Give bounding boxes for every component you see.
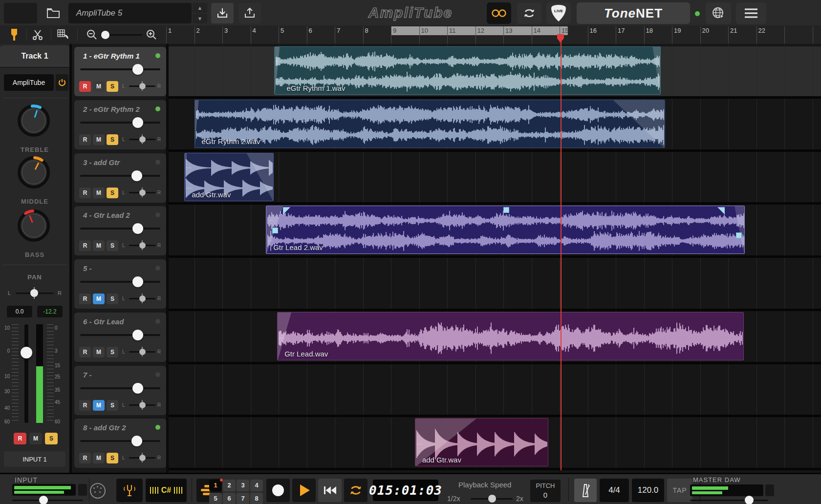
open-folder-button[interactable] — [42, 4, 65, 22]
track-solo-button[interactable]: S — [107, 240, 118, 251]
track-volume-slider[interactable] — [80, 122, 160, 124]
track-record-arm-button[interactable]: R — [79, 400, 91, 411]
track-panel-4[interactable]: 4 - Gtr Lead 2RMSLR — [74, 206, 166, 255]
track-mute-button[interactable]: M — [93, 240, 105, 251]
timeline-ruler[interactable]: 12345678910111213141516171819202122 — [0, 25, 821, 43]
audio-clip[interactable]: Gtr Lead.wav — [277, 312, 744, 360]
track-panel-7[interactable]: 7 -RMSLR — [74, 366, 166, 415]
looper-track-cell-6[interactable]: 6 — [223, 493, 236, 504]
knob-middle[interactable] — [17, 156, 50, 189]
midi-button[interactable] — [90, 483, 106, 499]
export-button[interactable] — [238, 3, 261, 23]
gain-value-box[interactable]: -12.2 — [37, 306, 63, 317]
looper-track-cell-4[interactable]: 4 — [250, 480, 263, 491]
time-signature-button[interactable]: 4/4 — [600, 479, 629, 502]
looper-track-cell-5[interactable]: 5 — [209, 493, 222, 504]
loop-mode-button[interactable] — [517, 2, 541, 24]
track-pan-handle[interactable] — [139, 83, 146, 89]
track-record-arm-button[interactable]: R — [79, 453, 91, 463]
playback-speed-slider[interactable] — [471, 498, 513, 500]
sidebar-mute-button[interactable]: M — [29, 433, 42, 444]
pan-slider-knob[interactable] — [30, 289, 38, 297]
metronome-button[interactable] — [574, 479, 597, 502]
track-mute-button[interactable]: M — [93, 188, 105, 198]
track-record-arm-button[interactable]: R — [79, 294, 91, 304]
time-display[interactable]: 015:01:03 — [373, 480, 438, 501]
track-panel-8[interactable]: 8 - add Gtr 2RMSLR — [74, 419, 166, 468]
track-volume-handle[interactable] — [131, 436, 142, 446]
audio-clip[interactable]: Gtr Lead 2.wav — [266, 206, 745, 254]
main-menu-button[interactable] — [736, 2, 766, 24]
play-button[interactable] — [292, 479, 316, 502]
track-volume-slider[interactable] — [80, 228, 160, 230]
track-volume-handle[interactable] — [132, 383, 143, 394]
track-panel-6[interactable]: 6 - Gtr LeadRMSLR — [74, 313, 166, 362]
tonenet-button[interactable]: ToneNET — [577, 2, 690, 24]
preset-down-button[interactable]: ▼ — [193, 14, 207, 23]
pitch-control[interactable]: PITCH 0 — [530, 480, 561, 502]
track-mute-button[interactable]: M — [93, 453, 105, 463]
track-mute-button[interactable]: M — [93, 294, 105, 304]
track-header[interactable]: Track 1 — [0, 45, 69, 68]
track-solo-button[interactable]: S — [107, 188, 118, 198]
track-mute-button[interactable]: M — [93, 400, 105, 411]
preset-up-button[interactable]: ▲ — [193, 3, 207, 13]
volume-fader-track[interactable] — [24, 324, 28, 423]
track-volume-slider[interactable] — [80, 175, 160, 177]
tempo-button[interactable]: 120.0 — [632, 479, 664, 502]
track-record-arm-button[interactable]: R — [79, 134, 91, 145]
clip-handle-left-middle[interactable] — [272, 228, 278, 233]
track-panel-3[interactable]: 3 - add GtrRMSLR — [74, 153, 166, 203]
track-panel-2[interactable]: 2 - eGtr Rythm 2RMSLR — [74, 100, 166, 149]
sidebar-record-arm-button[interactable]: R — [14, 433, 26, 444]
track-pan-handle[interactable] — [139, 402, 146, 408]
track-pan-handle[interactable] — [139, 349, 146, 355]
track-record-arm-button[interactable]: R — [79, 188, 91, 198]
track-record-arm-button[interactable]: R — [79, 81, 91, 92]
volume-fader-handle[interactable] — [21, 347, 32, 358]
audio-clip[interactable]: add Gtr.wav — [415, 418, 548, 466]
recorder-button[interactable] — [487, 2, 511, 24]
track-volume-slider[interactable] — [80, 68, 160, 70]
input-gain-handle[interactable] — [39, 496, 48, 504]
track-record-arm-button[interactable]: R — [79, 347, 91, 357]
track-mute-button[interactable]: M — [93, 81, 105, 92]
plugin-button[interactable]: AmpliTube — [4, 74, 54, 91]
track-volume-handle[interactable] — [132, 223, 143, 234]
audio-clip[interactable]: eGtr Rythm 1.wav — [274, 46, 661, 95]
track-volume-slider[interactable] — [80, 281, 160, 283]
plugin-power-button[interactable] — [56, 74, 68, 91]
audio-clip[interactable]: eGtr Rythm 2.wav — [194, 100, 665, 148]
track-volume-handle[interactable] — [132, 117, 143, 128]
knob-bass[interactable] — [17, 209, 50, 242]
tap-tempo-button[interactable]: TAP — [667, 479, 692, 502]
clip-handle-right-middle[interactable] — [736, 232, 742, 238]
track-panel-1[interactable]: 1 - eGtr Rythm 1RMSLR — [74, 47, 166, 96]
track-record-arm-button[interactable]: R — [79, 240, 91, 251]
track-pan-handle[interactable] — [139, 189, 146, 196]
pan-slider[interactable]: L R — [0, 287, 69, 299]
track-volume-handle[interactable] — [132, 330, 143, 340]
tuner-button[interactable] — [116, 479, 143, 502]
sidebar-solo-button[interactable]: S — [45, 433, 58, 444]
input-gain-slider[interactable] — [12, 500, 83, 501]
track-pan-handle[interactable] — [139, 295, 146, 302]
track-solo-button[interactable]: S — [107, 294, 118, 304]
track-pan-handle[interactable] — [139, 242, 146, 249]
browser-button[interactable] — [706, 2, 731, 24]
transport-loop-button[interactable] — [344, 479, 367, 502]
track-pan-handle[interactable] — [139, 455, 146, 461]
timeline-arrange-area[interactable]: eGtr Rythm 1.waveGtr Rythm 2.wavadd Gtr.… — [169, 44, 821, 473]
track-volume-handle[interactable] — [131, 170, 142, 181]
looper-track-cell-2[interactable]: 2 — [223, 480, 236, 491]
master-volume-slider[interactable] — [690, 500, 768, 501]
track-volume-handle[interactable] — [132, 64, 143, 75]
looper-track-cell-3[interactable]: 3 — [237, 480, 249, 491]
record-button[interactable] — [266, 479, 290, 502]
track-solo-button[interactable]: S — [107, 453, 118, 463]
tuner-note-display[interactable]: C# — [146, 479, 187, 502]
track-volume-slider[interactable] — [80, 440, 160, 442]
track-solo-button[interactable]: S — [107, 81, 118, 92]
knob-treble[interactable] — [17, 104, 50, 137]
pan-value-box[interactable]: 0.0 — [7, 306, 32, 317]
